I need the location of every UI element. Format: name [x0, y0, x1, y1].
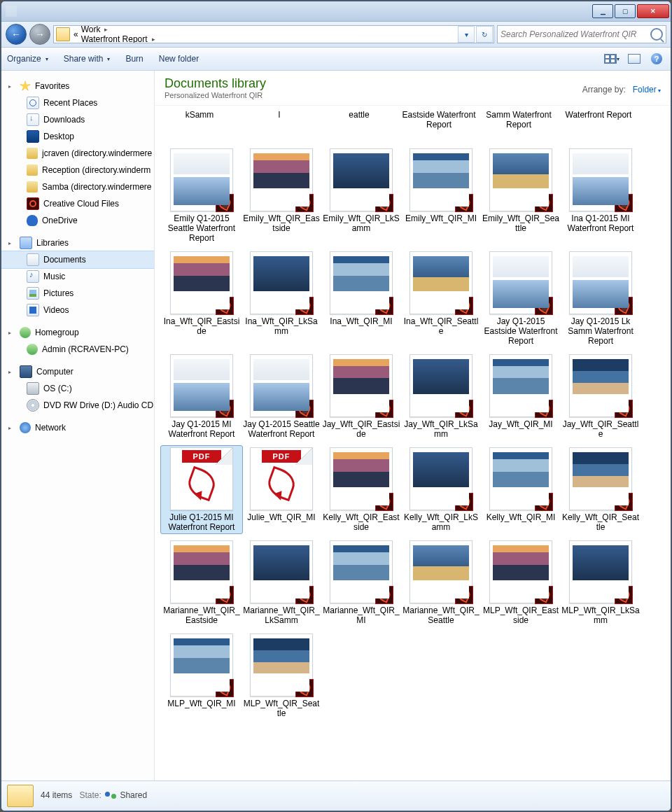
nav-item[interactable]: Recent Places — [1, 94, 154, 111]
column-header[interactable]: I — [240, 108, 318, 142]
burn-button[interactable]: Burn — [125, 54, 143, 64]
file-item[interactable]: PDFJulie_Wft_QIR_MI — [240, 445, 323, 534]
file-item[interactable]: Emily_Wft_QIR_Eastside — [240, 146, 323, 245]
pdf-badge-icon — [375, 493, 393, 511]
file-thumbnail — [410, 148, 472, 211]
address-bar[interactable]: « My Documents▸Work▸Waterfront Report▸Pe… — [53, 25, 494, 43]
nav-item[interactable]: Samba (directory.windermere — [1, 178, 154, 195]
file-item[interactable]: Emily_Wft_QIR_Seattle — [479, 146, 562, 245]
nav-item[interactable]: OneDrive — [1, 212, 154, 229]
back-button[interactable]: ← — [6, 24, 27, 45]
pdf-badge-icon — [615, 194, 633, 212]
chevron-right-icon[interactable]: ▸ — [149, 36, 158, 43]
file-item[interactable]: Jay_Wft_QIR_Eastside — [320, 352, 402, 441]
music-icon — [27, 270, 39, 283]
nav-item[interactable]: Reception (directory.winderm — [1, 162, 154, 178]
nav-item[interactable]: DVD RW Drive (D:) Audio CD — [1, 397, 154, 414]
file-item[interactable]: Kelly_Wft_QIR_Seattle — [559, 445, 642, 534]
close-button[interactable]: ✕ — [637, 4, 669, 18]
help-button[interactable]: ? — [647, 50, 666, 67]
file-item[interactable]: Jay Q1-2015 Lk Samm Waterfront Report — [559, 249, 642, 348]
column-header[interactable]: eattle — [320, 108, 398, 142]
file-item[interactable]: Marianne_Wft_QIR_LkSamm — [240, 538, 323, 627]
nav-item[interactable]: Desktop — [1, 128, 154, 145]
file-area: kSammIeattleEastside Waterfront ReportSa… — [155, 106, 671, 780]
file-item[interactable]: Kelly_Wft_QIR_MI — [479, 445, 562, 534]
file-item[interactable]: MLP_Wft_QIR_Seattle — [240, 631, 323, 720]
column-header[interactable]: Waterfront Report — [559, 108, 638, 142]
nav-homegroup[interactable]: ▸Homegroup — [1, 324, 154, 341]
breadcrumb-leading[interactable]: « — [72, 29, 80, 39]
titlebar[interactable]: ▁ ▢ ✕ — [1, 1, 671, 22]
file-item[interactable]: MLP_Wft_QIR_LkSamm — [559, 538, 642, 627]
file-item[interactable]: Ina_Wft_QIR_MI — [320, 249, 402, 348]
nav-item[interactable]: Videos — [1, 302, 154, 318]
share-with-menu[interactable]: Share with — [64, 54, 111, 64]
column-header[interactable]: kSamm — [160, 108, 239, 142]
file-name: Jay Q1-2015 Seattle Waterfront Report — [242, 419, 321, 439]
nav-item[interactable]: Creative Cloud Files — [1, 195, 154, 212]
refresh-button[interactable]: ↻ — [476, 26, 493, 43]
file-item[interactable]: MLP_Wft_QIR_MI — [160, 631, 243, 720]
nav-favorites[interactable]: ▸Favorites — [1, 78, 154, 94]
file-item[interactable]: Emily_Wft_QIR_LkSamm — [320, 146, 402, 245]
file-item[interactable]: Marianne_Wft_QIR_Seattle — [400, 538, 482, 627]
nav-item[interactable]: jcraven (directory.windermere — [1, 145, 154, 162]
navigation-pane[interactable]: ▸FavoritesRecent PlacesDownloadsDesktopj… — [1, 71, 155, 780]
file-item[interactable]: PDFJulie Q1-2015 MI Waterfront Report — [160, 445, 243, 534]
file-item[interactable]: Kelly_Wft_QIR_LkSamm — [400, 445, 482, 534]
file-item[interactable]: Jay_Wft_QIR_LkSamm — [400, 352, 482, 441]
nav-item[interactable]: Documents — [1, 251, 154, 269]
file-name: Marianne_Wft_QIR_Seattle — [402, 606, 480, 625]
nav-computer[interactable]: ▸Computer — [1, 363, 154, 380]
nav-item[interactable]: Music — [1, 268, 154, 285]
forward-button[interactable]: → — [29, 24, 50, 45]
file-scroll[interactable]: kSammIeattleEastside Waterfront ReportSa… — [155, 106, 671, 780]
file-item[interactable]: Kelly_Wft_QIR_Eastside — [320, 445, 402, 534]
file-item[interactable]: Marianne_Wft_QIR_Eastside — [160, 538, 243, 627]
pdf-badge-icon — [455, 194, 473, 212]
file-item[interactable]: Emily_Wft_QIR_MI — [400, 146, 482, 245]
chevron-right-icon[interactable]: ▸ — [102, 26, 111, 33]
column-header[interactable]: Samm Waterfront Report — [479, 108, 558, 142]
minimize-button[interactable]: ▁ — [592, 4, 613, 18]
nav-item[interactable]: OS (C:) — [1, 380, 154, 397]
file-item[interactable]: Jay Q1-2015 MI Waterfront Report — [160, 352, 243, 441]
search-input[interactable]: Search Personalized Waterfront QIR — [497, 25, 666, 43]
arrange-by-value[interactable]: Folder — [633, 85, 661, 94]
pdf-badge-icon — [535, 194, 553, 212]
expand-icon: ▸ — [8, 369, 15, 375]
file-item[interactable]: Jay Q1-2015 Seattle Waterfront Report — [240, 352, 323, 441]
expand-icon: ▸ — [8, 83, 15, 90]
file-item[interactable]: Ina_Wft_QIR_LkSamm — [240, 249, 323, 348]
nav-item[interactable]: Downloads — [1, 111, 154, 128]
column-header[interactable]: Eastside Waterfront Report — [400, 108, 478, 142]
address-dropdown-button[interactable]: ▾ — [458, 26, 475, 43]
file-item[interactable]: Ina_Wft_QIR_Eastside — [160, 249, 243, 348]
file-item[interactable]: Ina_Wft_QIR_Seattle — [400, 249, 482, 348]
file-thumbnail — [330, 354, 393, 417]
nav-network[interactable]: ▸Network — [1, 419, 154, 436]
file-item[interactable]: MLP_Wft_QIR_Eastside — [479, 538, 562, 627]
file-item[interactable]: Emily Q1-2015 Seattle Waterfront Report — [160, 146, 243, 245]
file-thumbnail — [170, 251, 233, 314]
file-item[interactable]: Jay_Wft_QIR_MI — [479, 352, 562, 441]
nav-libraries[interactable]: ▸Libraries — [1, 234, 154, 251]
file-item[interactable]: Marianne_Wft_QIR_MI — [320, 538, 402, 627]
breadcrumb-segment[interactable]: Waterfront Report — [80, 34, 149, 43]
file-item[interactable]: Jay_Wft_QIR_Seattle — [559, 352, 642, 441]
file-name: Julie Q1-2015 MI Waterfront Report — [162, 512, 241, 532]
maximize-button[interactable]: ▢ — [615, 4, 636, 18]
new-folder-button[interactable]: New folder — [159, 54, 199, 64]
file-item[interactable]: Jay Q1-2015 Eastside Waterfront Report — [479, 249, 562, 348]
organize-menu[interactable]: Organize — [7, 54, 48, 64]
nav-item[interactable]: Pictures — [1, 285, 154, 302]
file-thumbnail — [250, 251, 313, 314]
nav-item[interactable]: Admin (RCRAVEN-PC) — [1, 341, 154, 358]
nav-computer-icon — [20, 365, 32, 378]
views-button[interactable]: ▾ — [602, 50, 622, 67]
breadcrumb-segment[interactable]: Work — [80, 25, 102, 34]
pdf-badge-icon — [455, 297, 473, 315]
file-item[interactable]: Ina Q1-2015 MI Waterfront Report — [559, 146, 642, 245]
preview-pane-button[interactable] — [624, 50, 644, 67]
